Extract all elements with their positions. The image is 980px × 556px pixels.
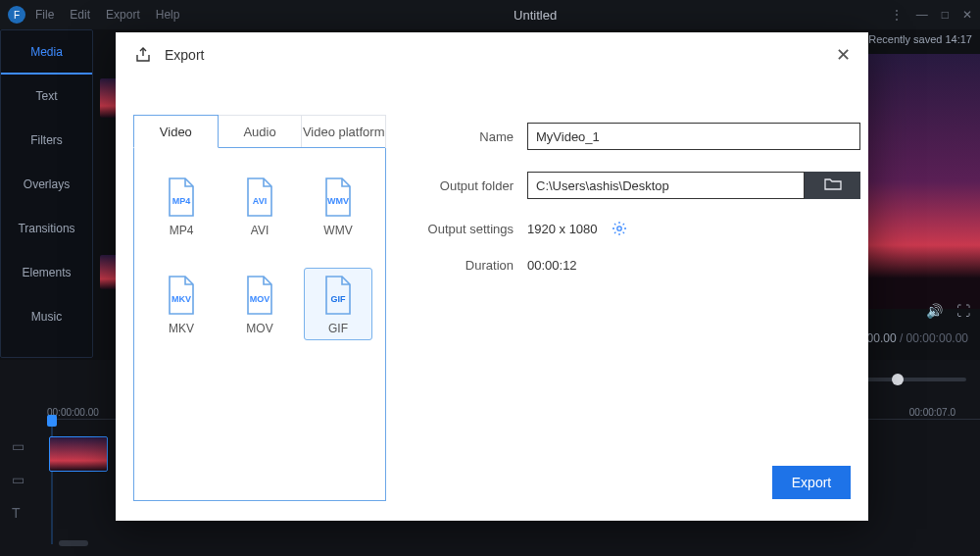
file-mkv-icon: MKV — [165, 275, 198, 316]
playhead[interactable] — [47, 415, 57, 427]
more-icon[interactable]: ⋮ — [891, 8, 903, 22]
file-mp4-icon: MP4 — [165, 177, 198, 218]
minimize-icon[interactable]: — — [916, 8, 928, 22]
output-resolution: 1920 x 1080 — [527, 222, 598, 236]
recently-saved-badge: Recently saved 14:17 — [856, 33, 972, 46]
duration-value: 00:00:12 — [527, 258, 577, 273]
tab-audio[interactable]: Audio — [219, 115, 303, 148]
timeline-clip[interactable] — [49, 436, 108, 472]
name-input[interactable] — [527, 123, 860, 150]
menu-edit[interactable]: Edit — [70, 8, 90, 22]
sidebar-item-text[interactable]: Text — [1, 75, 92, 119]
format-panel: MP4MP4AVIAVIWMVWMVMKVMKVMOVMOVGIFGIF — [133, 148, 386, 501]
file-mov-icon: MOV — [243, 275, 276, 316]
sidebar-item-media[interactable]: Media — [1, 30, 92, 75]
app-logo-icon: F — [8, 6, 25, 24]
format-option-mkv[interactable]: MKVMKV — [147, 268, 216, 340]
tab-video[interactable]: Video — [133, 115, 219, 148]
left-nav: MediaTextFiltersOverlaysTransitionsEleme… — [0, 29, 93, 358]
format-option-avi[interactable]: AVIAVI — [225, 170, 294, 242]
format-label: WMV — [323, 224, 352, 237]
close-dialog-icon[interactable]: ✕ — [836, 44, 851, 66]
tab-video-platform[interactable]: Video platform — [302, 115, 386, 148]
sidebar-item-overlays[interactable]: Overlays — [1, 163, 92, 207]
format-label: MKV — [169, 322, 194, 335]
output-folder-input[interactable] — [527, 172, 805, 199]
browse-folder-button[interactable] — [805, 172, 860, 199]
menu-file[interactable]: File — [35, 8, 54, 22]
document-title: Untitled — [179, 8, 890, 23]
format-option-mov[interactable]: MOVMOV — [225, 268, 294, 340]
sidebar-item-music[interactable]: Music — [1, 295, 92, 339]
close-window-icon[interactable]: ✕ — [962, 8, 972, 22]
export-form: Name Output folder Output settings 1920 … — [386, 115, 860, 501]
zoom-slider-knob[interactable] — [892, 374, 904, 385]
export-dialog: Export ✕ VideoAudioVideo platform MP4MP4… — [116, 32, 868, 521]
file-wmv-icon: WMV — [321, 177, 355, 218]
format-label: AVI — [251, 224, 269, 237]
output-folder-label: Output folder — [421, 178, 527, 193]
titlebar: F File Edit Export Help Untitled ⋮ — □ ✕ — [0, 0, 980, 29]
duration-label: Duration — [421, 258, 527, 273]
text-track-icon[interactable]: T — [12, 505, 24, 521]
maximize-icon[interactable]: □ — [942, 8, 949, 22]
settings-gear-icon[interactable] — [612, 221, 627, 236]
format-option-gif[interactable]: GIFGIF — [304, 268, 372, 340]
menu-help[interactable]: Help — [156, 8, 180, 22]
sidebar-item-filters[interactable]: Filters — [1, 119, 92, 163]
timeline-scrollbar[interactable] — [59, 540, 88, 546]
overlay-track-icon[interactable]: ▭ — [12, 472, 24, 487]
menu-bar: File Edit Export Help — [35, 8, 179, 22]
video-track-icon[interactable]: ▭ — [12, 438, 24, 454]
name-label: Name — [421, 129, 527, 144]
svg-point-0 — [616, 227, 620, 230]
fullscreen-icon[interactable]: ⛶ — [956, 303, 970, 319]
export-icon — [133, 45, 153, 65]
dialog-title: Export — [165, 47, 204, 63]
format-label: MP4 — [170, 224, 194, 237]
sidebar-item-transitions[interactable]: Transitions — [1, 207, 92, 251]
format-option-wmv[interactable]: WMVWMV — [304, 170, 372, 242]
sidebar-item-elements[interactable]: Elements — [1, 251, 92, 295]
export-button[interactable]: Export — [772, 466, 851, 499]
volume-icon[interactable]: 🔊 — [926, 303, 943, 319]
format-label: GIF — [328, 322, 348, 335]
file-gif-icon: GIF — [321, 275, 355, 316]
menu-export[interactable]: Export — [106, 8, 140, 22]
output-settings-label: Output settings — [421, 222, 527, 236]
preview-panel — [867, 54, 980, 309]
timeline-mark-end: 00:00:07.0 — [909, 407, 956, 418]
format-label: MOV — [246, 322, 272, 335]
folder-icon — [824, 177, 842, 194]
format-option-mp4[interactable]: MP4MP4 — [147, 170, 216, 242]
file-avi-icon: AVI — [243, 177, 276, 218]
